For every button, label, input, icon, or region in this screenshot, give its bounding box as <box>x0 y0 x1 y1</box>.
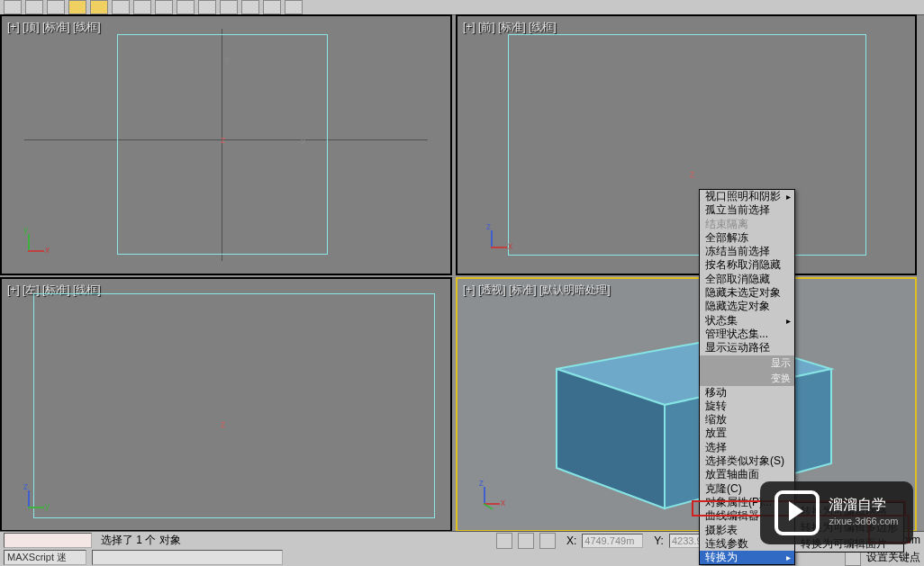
axis-z-label: z <box>486 221 491 231</box>
main-toolbar <box>0 0 924 15</box>
menu-scale[interactable]: 缩放 <box>700 413 794 427</box>
menu-freeze-selection[interactable]: 冻结当前选择 <box>700 245 794 258</box>
maxscript-input[interactable] <box>92 550 283 565</box>
menu-end-isolate: 结束隔离 <box>700 218 794 231</box>
axis-gizmo: x y <box>14 234 41 261</box>
menu-select-similar[interactable]: 选择类似对象(S) <box>700 454 794 468</box>
axis-x-label: x <box>508 241 512 251</box>
axis-y-label: y <box>23 225 28 235</box>
watermark-overlay: 溜溜自学 zixue.3d66.com <box>760 481 913 544</box>
origin-z-label: z <box>221 419 225 429</box>
origin-y-label: y <box>225 54 230 64</box>
menu-select[interactable]: 选择 <box>700 441 794 454</box>
select-region-icon[interactable] <box>90 0 108 14</box>
viewport-top-label: [+] [顶] [标准] [线框] <box>7 20 101 35</box>
angle-snap-icon[interactable] <box>241 0 259 14</box>
menu-place[interactable]: 放置 <box>700 427 794 440</box>
selection-status: 选择了 1 个 对象 <box>101 533 181 548</box>
origin-z-label: z <box>690 169 694 179</box>
menu-hide-selection[interactable]: 隐藏选定对象 <box>700 300 794 313</box>
x-label: X: <box>566 535 576 547</box>
selection-bounds <box>33 293 435 518</box>
axis-y-label: y <box>45 501 50 511</box>
origin-x-label: x <box>301 137 305 147</box>
menu-header-display: 显示 <box>700 355 794 371</box>
menu-show-motion-paths[interactable]: 显示运动路径 <box>700 341 794 355</box>
viewport-left[interactable]: [+] [左] [标准] [线框] z y z <box>0 277 452 532</box>
viewport-perspective-label: [+] [透视] [标准] [默认明暗处理] <box>463 283 611 298</box>
redo-icon[interactable] <box>25 0 43 14</box>
play-icon <box>775 490 820 535</box>
abs-rel-icon[interactable] <box>539 533 556 549</box>
toolbar-icons <box>0 0 924 14</box>
menu-move[interactable]: 移动 <box>700 386 794 400</box>
menu-unfreeze-all[interactable]: 全部解冻 <box>700 231 794 245</box>
axis-z-label: z <box>23 481 28 491</box>
undo-icon[interactable] <box>4 0 22 14</box>
axis-x-label: x <box>501 498 505 508</box>
axis-gizmo: x z <box>477 230 504 257</box>
percent-snap-icon[interactable] <box>263 0 281 14</box>
menu-convert-to[interactable]: 转换为 <box>700 551 794 564</box>
link-icon[interactable] <box>47 0 65 14</box>
lock-icon[interactable] <box>518 533 534 549</box>
watermark-sub: zixue.3d66.com <box>829 513 898 529</box>
menu-isolate-selection[interactable]: 孤立当前选择 <box>700 203 794 217</box>
menu-unhide-all[interactable]: 全部取消隐藏 <box>700 273 794 286</box>
rotate-icon[interactable] <box>177 0 195 14</box>
menu-manage-state-sets[interactable]: 管理状态集... <box>700 328 794 341</box>
viewport-top[interactable]: [+] [顶] [标准] [线框] z y x x y <box>0 14 452 275</box>
axis-gizmo: x z <box>470 487 497 514</box>
origin-z-label: z <box>221 135 225 145</box>
y-label: Y: <box>654 535 664 547</box>
menu-hide-unselected[interactable]: 隐藏未选定对象 <box>700 286 794 300</box>
menu-header-transform: 变换 <box>700 371 794 386</box>
timeline-slider[interactable] <box>4 533 92 548</box>
snap-icon[interactable] <box>220 0 238 14</box>
maxscript-label[interactable]: MAXScript 迷 <box>4 550 86 565</box>
select-icon[interactable] <box>68 0 86 14</box>
window-crossing-icon[interactable] <box>112 0 130 14</box>
axis-x-label: x <box>45 245 50 255</box>
axis-gizmo: y z <box>14 490 41 517</box>
menu-rotate[interactable]: 旋转 <box>700 400 794 413</box>
menu-unhide-by-name[interactable]: 按名称取消隐藏 <box>700 258 794 272</box>
menu-viewport-lighting[interactable]: 视口照明和阴影 <box>700 190 794 203</box>
filter-icon[interactable] <box>133 0 151 14</box>
viewport-front[interactable]: [+] [前] [标准] [线框] z x z <box>456 14 917 275</box>
move-icon[interactable] <box>155 0 173 14</box>
scale-icon[interactable] <box>198 0 216 14</box>
axis-z-label: z <box>479 478 484 488</box>
lock-selection-icon[interactable] <box>496 533 512 549</box>
selection-bounds <box>508 34 866 256</box>
x-input[interactable] <box>582 534 643 548</box>
menu-place-pivot-surface[interactable]: 放置轴曲面 <box>700 468 794 481</box>
render-icon[interactable] <box>285 0 303 14</box>
menu-state-sets[interactable]: 状态集 <box>700 314 794 328</box>
watermark-title: 溜溜自学 <box>829 497 898 513</box>
viewport-front-label: [+] [前] [标准] [线框] <box>463 20 557 35</box>
